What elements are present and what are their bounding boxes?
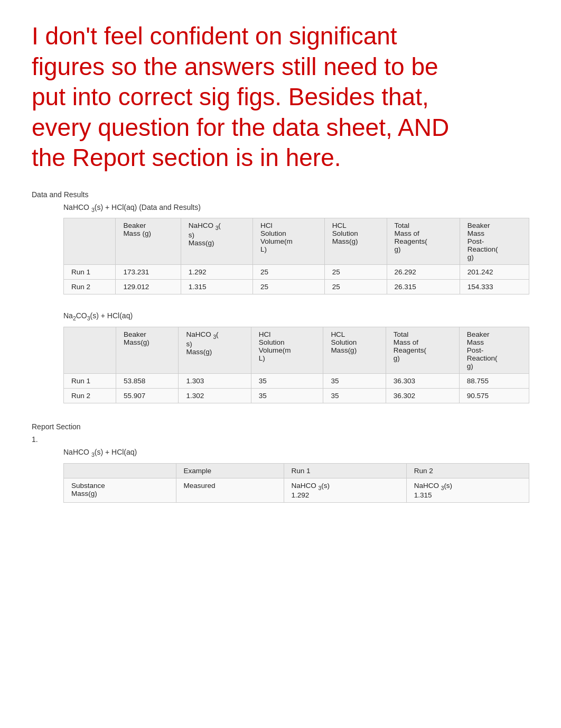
- t2-run2-nahco3: 1.302: [179, 389, 251, 403]
- run2-hcl-vol: 25: [253, 280, 325, 294]
- run1-total: 26.292: [387, 265, 460, 280]
- run1-substance: NaHCO 3(s)1.292: [284, 478, 406, 502]
- report-table1-title: NaHCO 3(s) + HCl(aq): [63, 448, 529, 458]
- run1-nahco3: 1.292: [181, 265, 253, 280]
- t2-run1-hcl-vol: 35: [251, 374, 323, 389]
- hero-line4: every question for the data sheet, AND: [32, 114, 449, 141]
- hero-block: I don't feel confident on significant fi…: [32, 21, 529, 173]
- hero-line1: I don't feel confident on significant: [32, 22, 397, 50]
- run1-label: Run 1: [64, 265, 116, 280]
- col2-header-nahco3-mass: NaHCO 3(s)Mass(g): [179, 327, 251, 374]
- col2-header-blank: [64, 327, 116, 374]
- hero-line2: figures so the answers still need to be: [32, 53, 438, 80]
- t2-run2-beaker-mass: 55.907: [116, 389, 179, 403]
- item-number-1: 1.: [32, 435, 529, 444]
- report-col-run2: Run 2: [406, 463, 529, 478]
- hero-line5: the Report section is in here.: [32, 144, 341, 171]
- col-header-nahco3-mass: NaHCO 3(s)Mass(g): [181, 218, 253, 265]
- table-row: Run 1 53.858 1.303 35 35 36.303 88.755: [64, 374, 529, 389]
- table-row: Run 2 55.907 1.302 35 35 36.302 90.575: [64, 389, 529, 403]
- t2-run1-label: Run 1: [64, 374, 116, 389]
- example-value: Measured: [176, 478, 284, 502]
- t2-run2-total: 36.302: [386, 389, 459, 403]
- col-header-beaker-post: BeakerMassPost-Reaction(g): [460, 218, 529, 265]
- run2-beaker-mass: 129.012: [116, 280, 181, 294]
- col2-header-hcl-volume: HClSolutionVolume(mL): [251, 327, 323, 374]
- run2-total: 26.315: [387, 280, 460, 294]
- nahco3-hcl-table: BeakerMass (g) NaHCO 3(s)Mass(g) HClSolu…: [63, 218, 529, 294]
- table1-title: NaHCO 3(s) + HCl(aq) (Data and Results): [63, 203, 529, 213]
- col2-header-beaker-post: BeakerMassPost-Reaction(g): [459, 327, 529, 374]
- run1-hcl-vol: 25: [253, 265, 325, 280]
- t2-run1-nahco3: 1.303: [179, 374, 251, 389]
- substance-label: SubstanceMass(g): [64, 478, 176, 502]
- run2-label: Run 2: [64, 280, 116, 294]
- col2-header-beaker-mass: BeakerMass(g): [116, 327, 179, 374]
- na2co3-hcl-table: BeakerMass(g) NaHCO 3(s)Mass(g) HClSolut…: [63, 327, 529, 403]
- run2-nahco3: 1.315: [181, 280, 253, 294]
- report-col-blank: [64, 463, 176, 478]
- report-section-label: Report Section: [32, 422, 529, 431]
- run2-beaker-post: 154.333: [460, 280, 529, 294]
- col-header-beaker-mass: BeakerMass (g): [116, 218, 181, 265]
- col2-header-hcl-mass: HCLSolutionMass(g): [323, 327, 386, 374]
- t2-run2-hcl-mass: 35: [323, 389, 386, 403]
- t2-run1-hcl-mass: 35: [323, 374, 386, 389]
- report-nahco3-table: Example Run 1 Run 2 SubstanceMass(g) Mea…: [63, 463, 529, 503]
- table-row: SubstanceMass(g) Measured NaHCO 3(s)1.29…: [64, 478, 529, 502]
- report-col-example: Example: [176, 463, 284, 478]
- table2-title: Na2CO3(s) + HCl(aq): [63, 311, 529, 321]
- report-col-run1: Run 1: [284, 463, 406, 478]
- run1-beaker-post: 201.242: [460, 265, 529, 280]
- run2-hcl-mass: 25: [324, 280, 387, 294]
- data-results-label: Data and Results: [32, 190, 529, 199]
- col2-header-total-mass: TotalMass ofReagents(g): [386, 327, 459, 374]
- t2-run1-total: 36.303: [386, 374, 459, 389]
- run1-beaker-mass: 173.231: [116, 265, 181, 280]
- t2-run2-label: Run 2: [64, 389, 116, 403]
- col-header-blank: [64, 218, 116, 265]
- col-header-hcl-mass: HCLSolutionMass(g): [324, 218, 387, 265]
- t2-run1-beaker-mass: 53.858: [116, 374, 179, 389]
- t2-run2-beaker-post: 90.575: [459, 389, 529, 403]
- run2-substance: NaHCO 3(s)1.315: [406, 478, 529, 502]
- t2-run2-hcl-vol: 35: [251, 389, 323, 403]
- hero-line3: put into correct sig figs. Besides that,: [32, 83, 429, 110]
- run1-hcl-mass: 25: [324, 265, 387, 280]
- table-row: Run 1 173.231 1.292 25 25 26.292 201.242: [64, 265, 529, 280]
- t2-run1-beaker-post: 88.755: [459, 374, 529, 389]
- col-header-hcl-volume: HClSolutionVolume(mL): [253, 218, 325, 265]
- col-header-total-mass: TotalMass ofReagents(g): [387, 218, 460, 265]
- table-row: Run 2 129.012 1.315 25 25 26.315 154.333: [64, 280, 529, 294]
